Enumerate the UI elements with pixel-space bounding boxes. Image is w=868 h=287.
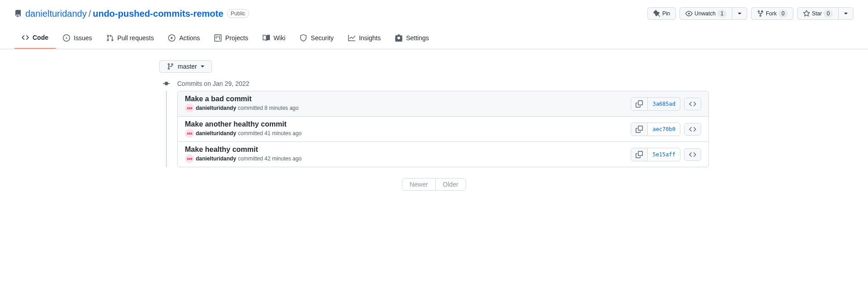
play-icon [168,34,175,42]
star-label: Star [812,9,822,18]
star-icon [803,10,810,17]
tab-pulls-label: Pull requests [117,31,154,45]
tab-security[interactable]: Security [292,27,341,49]
tab-code-label: Code [33,31,48,44]
tab-settings-label: Settings [406,31,429,45]
sha-link[interactable]: aec70b0 [648,123,680,136]
repo-icon [14,10,22,17]
watch-count: 1 [717,9,726,18]
fork-label: Fork [766,9,777,18]
sha-link[interactable]: 5e15aff [648,148,680,161]
copy-icon [636,151,643,158]
unwatch-label: Unwatch [694,9,716,18]
commit-title[interactable]: Make another healthy commit [185,120,287,128]
repo-owner-link[interactable]: danielturidandy [25,9,87,19]
pin-button[interactable]: Pin [647,7,676,20]
commit-author[interactable]: danielturidandy [196,130,236,136]
code-icon [22,34,29,41]
shield-icon [300,34,307,42]
commit-meta: committed 42 minutes ago [238,155,302,162]
timeline-date: Commits on Jan 29, 2022 [177,80,250,87]
eye-icon [685,10,693,17]
tab-settings[interactable]: Settings [388,27,436,49]
sha-link[interactable]: 3a685ad [648,98,680,110]
star-dropdown-button[interactable] [839,7,854,20]
commit-item: Make a bad commit danielturidandy commit… [178,91,708,117]
tab-insights[interactable]: Insights [341,27,388,49]
tab-projects[interactable]: Projects [207,27,255,49]
tab-pulls[interactable]: Pull requests [99,27,161,49]
copy-icon [636,126,643,133]
tab-projects-label: Projects [225,31,248,45]
project-icon [214,34,222,42]
commit-marker-icon [163,80,170,87]
star-count: 0 [824,9,833,18]
tab-wiki-label: Wiki [274,31,285,45]
fork-count: 0 [778,9,788,18]
copy-sha-button[interactable] [631,98,648,110]
commit-item: Make another healthy commit danielturida… [178,117,708,142]
issues-icon [63,34,70,42]
pagination-older[interactable]: Older [436,179,466,190]
browse-repo-button[interactable] [684,98,701,110]
commit-item: Make healthy commit danielturidandy comm… [178,142,708,167]
pull-request-icon [106,34,113,42]
path-separator: / [89,9,91,19]
commit-author[interactable]: danielturidandy [196,155,236,162]
fork-button[interactable]: Fork 0 [751,7,793,20]
watch-dropdown-button[interactable] [732,7,747,20]
code-icon [689,126,696,133]
book-icon [263,34,270,42]
branch-selector[interactable]: master [159,60,212,73]
repo-nav: Code Issues Pull requests Actions Projec… [0,27,868,49]
star-button[interactable]: Star 0 [797,7,839,20]
commit-title[interactable]: Make healthy commit [185,146,258,153]
tab-issues[interactable]: Issues [56,27,99,49]
graph-icon [348,34,355,42]
commit-meta: committed 41 minutes ago [238,130,302,136]
avatar[interactable] [185,104,194,113]
caret-down-icon [844,13,848,14]
tab-wiki[interactable]: Wiki [255,27,292,49]
commit-title[interactable]: Make a bad commit [185,95,252,103]
caret-down-icon [738,13,741,14]
branch-icon [167,63,174,70]
commit-list: Make a bad commit danielturidandy commit… [177,91,709,167]
copy-sha-button[interactable] [631,123,648,136]
pin-label: Pin [662,9,670,18]
fork-icon [757,10,764,17]
browse-repo-button[interactable] [684,148,701,161]
tab-code[interactable]: Code [14,27,56,49]
code-icon [689,100,696,108]
pin-icon [653,10,660,17]
pagination-newer[interactable]: Newer [402,179,435,190]
browse-repo-button[interactable] [684,123,701,136]
visibility-badge: Public [227,9,249,18]
tab-actions-label: Actions [179,31,200,45]
commit-author[interactable]: danielturidandy [196,105,236,111]
repo-title: danielturidandy / undo-pushed-commits-re… [14,9,249,19]
repo-name-link[interactable]: undo-pushed-commits-remote [93,9,223,19]
caret-down-icon [201,66,204,67]
copy-icon [636,100,643,108]
gear-icon [395,34,402,42]
avatar[interactable] [185,129,194,138]
unwatch-button[interactable]: Unwatch 1 [679,7,732,20]
avatar[interactable] [185,154,194,163]
tab-issues-label: Issues [74,31,92,45]
branch-name: master [178,63,197,70]
tab-insights-label: Insights [359,31,381,45]
tab-security-label: Security [311,31,334,45]
copy-sha-button[interactable] [631,148,648,161]
code-icon [689,151,696,158]
tab-actions[interactable]: Actions [161,27,207,49]
commit-meta: committed 8 minutes ago [238,105,298,111]
